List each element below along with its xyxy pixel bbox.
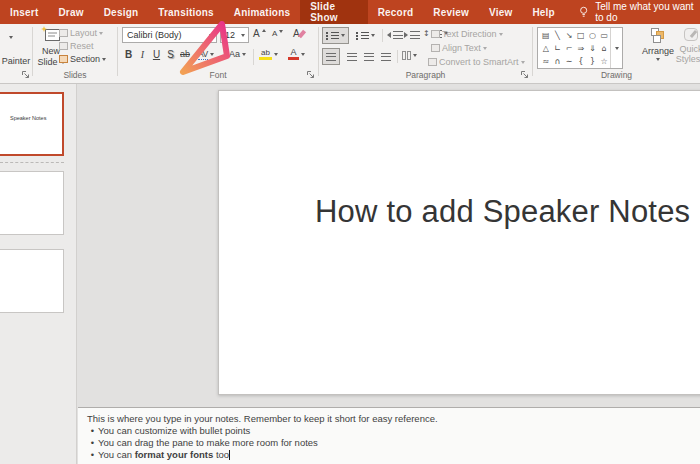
chevron-down-icon xyxy=(237,28,248,42)
decrease-indent-button[interactable] xyxy=(387,31,403,39)
chevron-down-icon xyxy=(656,58,660,61)
shapes-gallery[interactable]: ▤ ╲ ↘ □ ○ ▭ △ ∟ ⌐ ⇒ ⇓ ⌂ ≈ ∩ ∼ { } ☆ xyxy=(537,27,623,69)
text-direction-label: Text Direction xyxy=(442,29,497,39)
text-direction-button[interactable]: Text Direction xyxy=(431,29,503,39)
text-box-shape-icon[interactable]: ▤ xyxy=(540,29,552,42)
quick-styles-label-line2: Styles xyxy=(676,54,700,64)
slide-thumbnail-3[interactable] xyxy=(0,249,64,313)
underline-button[interactable]: U xyxy=(151,49,162,60)
tab-animations[interactable]: Animations xyxy=(224,0,300,24)
arrange-label: Arrange xyxy=(642,46,674,56)
align-text-label: Align Text xyxy=(442,43,481,53)
tell-me-box[interactable]: Tell me what you want to do xyxy=(579,0,700,24)
slide-thumbnail-2[interactable] xyxy=(0,171,64,235)
layout-label: Layout xyxy=(70,28,97,38)
align-left-icon xyxy=(326,53,336,61)
paragraph-dialog-launcher-icon[interactable] xyxy=(520,70,529,79)
font-dialog-launcher-icon[interactable] xyxy=(306,70,315,79)
clear-formatting-button[interactable]: A xyxy=(293,28,304,39)
paragraph-group-label: Paragraph xyxy=(319,70,532,80)
section-button[interactable]: Section xyxy=(59,54,106,64)
indent-left-icon xyxy=(387,32,391,38)
tab-draw[interactable]: Draw xyxy=(48,0,93,24)
lightbulb-icon xyxy=(579,5,588,19)
triangle-shape-icon[interactable]: △ xyxy=(540,42,552,55)
bold-button[interactable]: B xyxy=(123,49,134,60)
left-brace-shape-icon[interactable]: { xyxy=(575,55,587,68)
rectangle-shape-icon[interactable]: □ xyxy=(575,29,587,42)
text-direction-icon xyxy=(431,30,440,38)
arrange-button[interactable]: Arrange xyxy=(638,28,678,61)
elbow-connector-icon[interactable]: ∟ xyxy=(552,42,564,55)
vertical-arrows-icon: ↕ xyxy=(423,29,430,38)
align-right-button[interactable] xyxy=(360,48,378,65)
bullets-button[interactable] xyxy=(322,27,349,44)
star-shape-icon[interactable]: ☆ xyxy=(598,55,610,68)
indent-right-icon xyxy=(404,32,408,38)
tab-slide-show[interactable]: Slide Show xyxy=(300,0,367,24)
tab-record[interactable]: Record xyxy=(368,0,424,24)
align-text-button[interactable]: Align Text xyxy=(431,43,487,53)
clipboard-dialog-launcher-icon[interactable] xyxy=(21,70,30,79)
scribble-shape-icon[interactable]: ≈ xyxy=(540,55,552,68)
change-case-button[interactable]: Aa xyxy=(229,49,246,59)
notes-bullet-2: You can drag the pane to make more room … xyxy=(98,437,318,449)
increase-indent-button[interactable] xyxy=(404,31,420,39)
section-icon xyxy=(59,55,68,63)
ribbon-tab-bar: Insert Draw Design Transitions Animation… xyxy=(0,0,700,24)
align-center-button[interactable] xyxy=(343,48,361,65)
elbow-arrow-connector-icon[interactable]: ⌐ xyxy=(563,42,575,55)
tell-me-label: Tell me what you want to do xyxy=(595,1,700,23)
line-shape-icon[interactable]: ╲ xyxy=(552,29,564,42)
down-arrow-shape-icon[interactable]: ⇓ xyxy=(587,42,599,55)
new-slide-label-line1: New xyxy=(42,46,60,56)
mouse-cursor-graphic xyxy=(166,20,230,84)
tab-help[interactable]: Help xyxy=(522,0,564,24)
layout-button[interactable]: Layout xyxy=(59,28,103,38)
arc-shape-icon[interactable]: ∩ xyxy=(552,55,564,68)
tab-design[interactable]: Design xyxy=(94,0,149,24)
change-case-icon: Aa xyxy=(229,49,240,59)
justify-button[interactable] xyxy=(377,48,395,65)
format-painter-dropdown-icon[interactable] xyxy=(9,36,13,39)
shapes-more-button[interactable] xyxy=(610,28,622,68)
convert-to-smartart-button[interactable]: Convert to SmartArt xyxy=(428,57,525,67)
italic-button[interactable]: I xyxy=(138,49,147,60)
font-color-button[interactable]: A xyxy=(288,48,305,60)
reset-button[interactable]: Reset xyxy=(59,41,94,51)
shrink-font-button[interactable]: A xyxy=(272,29,283,38)
numbering-button[interactable] xyxy=(353,27,378,44)
align-left-button[interactable] xyxy=(322,48,340,65)
smartart-label: Convert to SmartArt xyxy=(439,57,519,67)
rounded-rectangle-shape-icon[interactable]: ▭ xyxy=(598,29,610,42)
notes-bullet-3: You can format your fonts too xyxy=(98,449,230,461)
button-separator xyxy=(397,50,398,63)
caret-up-icon xyxy=(262,29,266,32)
thumbnail-title-text: Speaker Notes xyxy=(10,115,46,121)
quick-styles-button[interactable]: Quick Styles xyxy=(676,28,700,64)
format-painter-button[interactable]: Painter xyxy=(0,56,32,66)
slide-title-text[interactable]: How to add Speaker Notes xyxy=(315,194,690,230)
right-brace-shape-icon[interactable]: } xyxy=(587,55,599,68)
tab-view[interactable]: View xyxy=(479,0,522,24)
arrow-shape-icon[interactable]: ↘ xyxy=(563,29,575,42)
bullet-marker: • xyxy=(87,437,98,449)
callout-shape-icon[interactable]: ⌂ xyxy=(598,42,610,55)
chevron-down-icon xyxy=(99,32,103,35)
tab-insert[interactable]: Insert xyxy=(0,0,48,24)
oval-shape-icon[interactable]: ○ xyxy=(587,29,599,42)
grow-font-icon: A xyxy=(253,28,260,39)
chevron-down-icon xyxy=(242,53,246,56)
text-highlight-button[interactable]: ab xyxy=(259,48,278,60)
tab-review[interactable]: Review xyxy=(423,0,479,24)
curve-shape-icon[interactable]: ∼ xyxy=(563,55,575,68)
grow-font-button[interactable]: A xyxy=(253,28,266,39)
slide-thumbnail-1[interactable]: Speaker Notes xyxy=(0,92,64,156)
right-arrow-shape-icon[interactable]: ⇒ xyxy=(575,42,587,55)
speaker-notes-pane[interactable]: This is where you type in your notes. Re… xyxy=(78,407,700,464)
align-center-icon xyxy=(347,53,357,61)
slide-canvas[interactable]: How to add Speaker Notes xyxy=(218,90,700,395)
columns-button[interactable] xyxy=(402,51,417,60)
notes-intro-text: This is where you type in your notes. Re… xyxy=(87,413,438,425)
highlight-icon: ab xyxy=(259,48,272,60)
